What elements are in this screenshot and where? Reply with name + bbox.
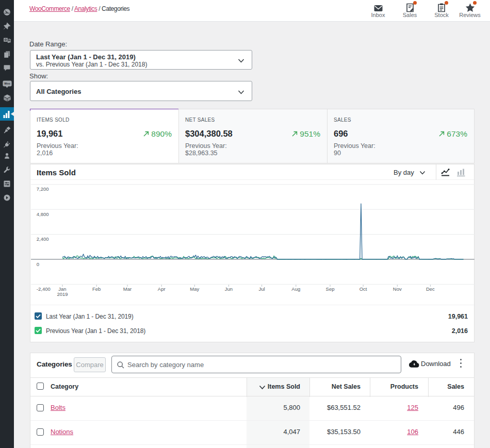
svg-text:Aug: Aug — [291, 286, 300, 292]
svg-text:Nov: Nov — [393, 286, 402, 292]
svg-text:Oct: Oct — [360, 286, 367, 292]
svg-text:Dec: Dec — [426, 286, 435, 292]
svg-text:0: 0 — [37, 261, 39, 267]
svg-text:Jul: Jul — [259, 286, 265, 292]
svg-text:4,800: 4,800 — [37, 211, 49, 217]
svg-text:Feb: Feb — [92, 286, 101, 292]
svg-text:Apr: Apr — [158, 286, 166, 292]
svg-text:2,400: 2,400 — [37, 236, 49, 242]
svg-text:Jun: Jun — [225, 286, 233, 292]
svg-text:May: May — [190, 286, 199, 292]
svg-text:Jan: Jan — [58, 286, 66, 292]
svg-text:Woo: Woo — [4, 82, 10, 85]
svg-text:Mar: Mar — [123, 286, 132, 292]
svg-text:-2,400: -2,400 — [37, 286, 51, 292]
svg-text:2019: 2019 — [57, 291, 68, 297]
svg-text:7,200: 7,200 — [37, 186, 49, 192]
svg-text:Sep: Sep — [326, 286, 335, 292]
